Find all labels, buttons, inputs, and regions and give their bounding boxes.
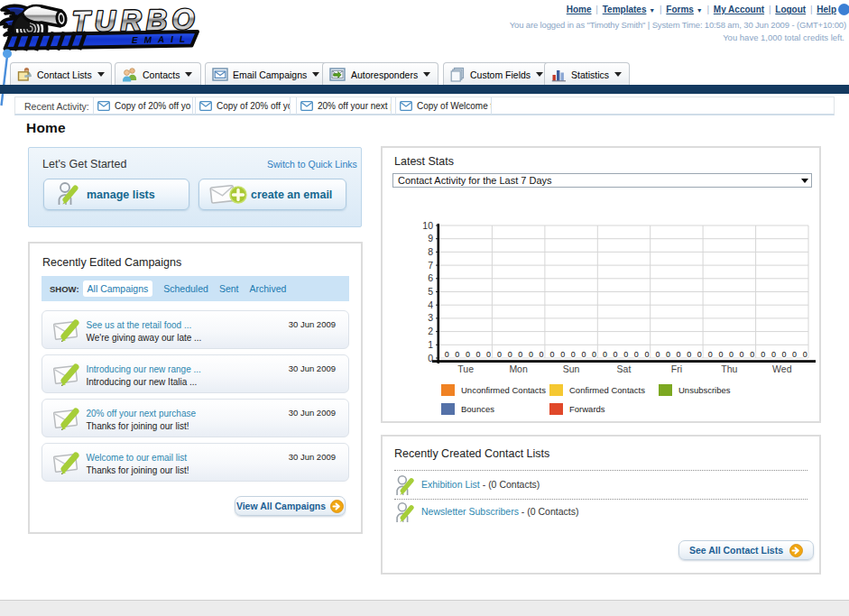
svg-text:0: 0 <box>761 350 765 359</box>
svg-text:5: 5 <box>428 286 433 297</box>
svg-text:Sun: Sun <box>563 363 580 374</box>
svg-text:8: 8 <box>428 246 433 257</box>
svg-text:0: 0 <box>614 350 618 359</box>
svg-text:0: 0 <box>508 350 512 359</box>
svg-text:0: 0 <box>781 350 786 359</box>
svg-text:0: 0 <box>623 350 628 359</box>
svg-text:0: 0 <box>560 350 565 359</box>
svg-text:4: 4 <box>428 299 433 310</box>
svg-text:0: 0 <box>475 350 480 359</box>
svg-text:0: 0 <box>655 350 660 359</box>
svg-text:9: 9 <box>428 233 433 244</box>
svg-text:Fri: Fri <box>671 363 682 374</box>
svg-text:0: 0 <box>697 350 702 359</box>
svg-text:0: 0 <box>592 350 596 359</box>
svg-text:0: 0 <box>677 350 681 359</box>
svg-text:0: 0 <box>666 350 670 359</box>
svg-text:2: 2 <box>428 326 433 336</box>
svg-text:Wed: Wed <box>772 363 792 374</box>
svg-text:0: 0 <box>729 350 734 359</box>
svg-text:0: 0 <box>634 350 639 359</box>
svg-text:0: 0 <box>771 350 776 359</box>
svg-text:EMAIL: EMAIL <box>132 34 191 45</box>
svg-text:0: 0 <box>466 350 470 359</box>
svg-text:0: 0 <box>687 350 691 359</box>
svg-text:Thu: Thu <box>721 363 737 374</box>
svg-text:0: 0 <box>486 350 491 359</box>
svg-text:3: 3 <box>428 312 433 323</box>
svg-text:Tue: Tue <box>457 363 474 374</box>
svg-text:0: 0 <box>571 350 576 359</box>
svg-text:1: 1 <box>428 339 433 350</box>
svg-text:0: 0 <box>740 350 744 359</box>
svg-text:0: 0 <box>644 350 649 359</box>
svg-text:0: 0 <box>550 350 555 359</box>
svg-text:Mon: Mon <box>509 363 528 374</box>
svg-text:6: 6 <box>428 272 433 283</box>
svg-text:0: 0 <box>455 350 459 359</box>
svg-text:0: 0 <box>803 350 807 359</box>
svg-text:0: 0 <box>708 350 713 359</box>
svg-text:Sat: Sat <box>617 363 632 374</box>
svg-text:0: 0 <box>518 350 522 359</box>
svg-text:7: 7 <box>428 260 433 271</box>
svg-text:0: 0 <box>539 350 543 359</box>
svg-text:0: 0 <box>603 350 607 359</box>
svg-text:0: 0 <box>581 350 586 359</box>
svg-text:0: 0 <box>718 350 723 359</box>
svg-text:0: 0 <box>750 350 754 359</box>
svg-text:0: 0 <box>792 350 797 359</box>
svg-text:0: 0 <box>529 350 533 359</box>
svg-text:10: 10 <box>422 220 433 231</box>
svg-text:0: 0 <box>497 350 502 359</box>
svg-text:0: 0 <box>445 350 449 359</box>
